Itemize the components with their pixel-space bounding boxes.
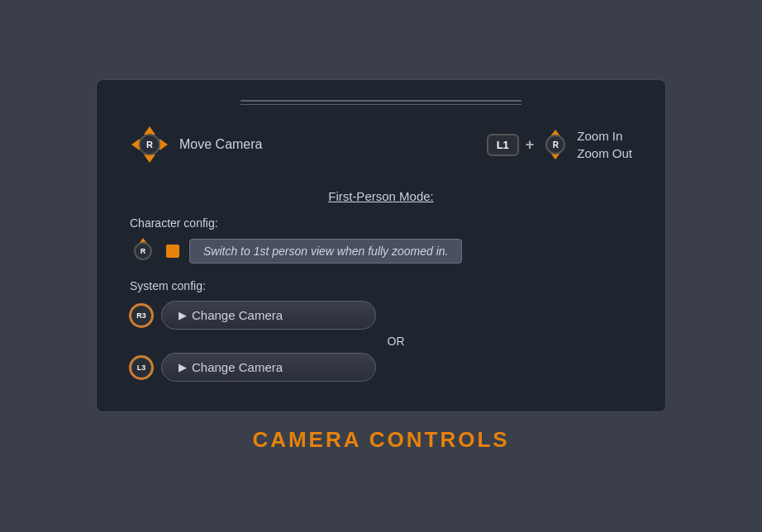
main-container: R Move Camera L1 + R Zoom In Zoom Out — [0, 0, 762, 532]
zoom-labels: Zoom In Zoom Out — [577, 128, 632, 162]
top-bar-line-1 — [241, 100, 521, 102]
move-camera-label: Move Camera — [179, 137, 262, 152]
l3-badge: L3 — [130, 356, 153, 379]
dpad-center-r: R — [139, 134, 160, 155]
r-updown-badge: R — [541, 130, 570, 159]
move-camera-control: R Move Camera — [130, 125, 262, 164]
checkbox-indicator — [166, 245, 179, 258]
r3-change-camera-row: R3 ▶ Change Camera — [130, 301, 632, 330]
change-camera-label-2: Change Camera — [192, 360, 283, 374]
plus-sign: + — [526, 136, 535, 154]
play-triangle-2: ▶ — [179, 361, 187, 373]
l1-badge: L1 — [487, 134, 519, 156]
change-camera-label-1: Change Camera — [192, 308, 283, 322]
system-config-label: System config: — [130, 279, 632, 292]
zoom-out-label: Zoom Out — [577, 145, 632, 162]
controls-panel: R Move Camera L1 + R Zoom In Zoom Out — [96, 79, 666, 412]
r-small-badge: R — [130, 238, 156, 264]
switch-option-text: Switch to 1st person view when fully zoo… — [189, 239, 462, 264]
change-camera-btn-1[interactable]: ▶ Change Camera — [161, 301, 376, 330]
r3-bronze-ring — [129, 303, 154, 328]
panel-top-bar — [130, 100, 632, 105]
bottom-title: CAMERA CONTROLS — [252, 427, 509, 453]
character-config-row: R Switch to 1st person view when fully z… — [130, 238, 632, 264]
r-small-center: R — [134, 242, 152, 260]
change-camera-btn-2[interactable]: ▶ Change Camera — [161, 353, 376, 382]
r3-badge: R3 — [130, 304, 153, 327]
r-updown-center: R — [545, 135, 565, 154]
dpad-down-arrow — [144, 154, 155, 163]
zoom-controls: L1 + R Zoom In Zoom Out — [487, 128, 632, 162]
or-text: OR — [130, 335, 632, 348]
l3-bronze-ring — [129, 355, 154, 380]
top-bar-line-2 — [241, 104, 521, 106]
first-person-title: First-Person Mode: — [130, 189, 632, 203]
zoom-in-label: Zoom In — [577, 128, 632, 145]
dpad-right-arrow — [160, 139, 168, 150]
character-config-label: Character config: — [130, 216, 632, 230]
main-controls-row: R Move Camera L1 + R Zoom In Zoom Out — [130, 125, 632, 164]
r-dpad-badge: R — [130, 125, 169, 164]
play-triangle-1: ▶ — [179, 309, 187, 321]
l3-change-camera-row: L3 ▶ Change Camera — [130, 353, 632, 382]
